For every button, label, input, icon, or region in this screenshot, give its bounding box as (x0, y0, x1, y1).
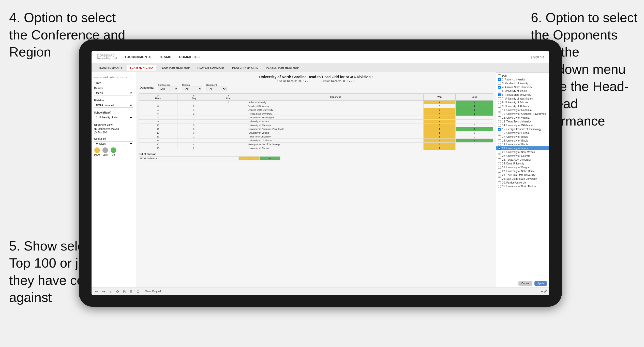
dropdown-item[interactable]: 5. University of Illinois (496, 89, 549, 93)
gender-select[interactable]: Men's (94, 91, 133, 95)
dropdown-checkbox[interactable] (498, 128, 501, 131)
dropdown-item[interactable]: 17. University of Illinois (496, 135, 549, 139)
dropdown-checkbox[interactable] (498, 143, 501, 146)
dropdown-item[interactable]: 19. University of Illinois (496, 143, 549, 146)
sub-nav-player-heatmap[interactable]: PLAYER H2H HEATMAP (263, 65, 302, 71)
cell-rag: 1 (177, 101, 210, 104)
dropdown-list[interactable]: (All)2. Auburn University3. Vanderbilt U… (496, 73, 549, 280)
dropdown-item[interactable]: (All) (496, 74, 549, 78)
redo-button[interactable]: ↪ (101, 289, 106, 294)
copy-button[interactable]: ⎘ (122, 289, 126, 294)
table-row: 2 1 1 Auburn University 2 1 (139, 101, 493, 104)
dropdown-item[interactable]: 18. University of Illinois (496, 139, 549, 143)
dropdown-checkbox[interactable] (498, 139, 501, 142)
sub-nav-team-summary[interactable]: TEAM SUMMARY (95, 65, 125, 71)
dropdown-item[interactable]: 14. University of Oklahoma (496, 123, 549, 127)
cancel-button[interactable]: Cancel (518, 281, 532, 286)
dropdown-checkbox[interactable] (498, 97, 501, 100)
dropdown-item-label: 15. Georgia Institute of Technology (502, 128, 541, 131)
dropdown-checkbox[interactable] (498, 82, 501, 85)
nav-sign-out[interactable]: | Sign out (531, 55, 544, 59)
dropdown-item-label: 14. University of Oklahoma (502, 124, 533, 127)
dropdown-checkbox[interactable] (498, 166, 501, 169)
sub-nav-h2h-heatmap[interactable]: TEAM H2H HEATMAP (157, 65, 193, 71)
clock-button[interactable]: ⊙ (136, 289, 141, 294)
dropdown-checkbox[interactable] (498, 93, 501, 96)
dropdown-item[interactable]: 6. Florida State University (496, 93, 549, 97)
dropdown-item[interactable]: 12. University of Virginia (496, 116, 549, 120)
dropdown-item[interactable]: 3. Vanderbilt University (496, 81, 549, 85)
nav-committee[interactable]: COMMITTEE (179, 55, 200, 59)
dropdown-item[interactable]: 25. University of Oregon (496, 165, 549, 169)
refresh-button[interactable]: ⟳ (115, 289, 120, 294)
right-dropdown-panel: (All)2. Auburn University3. Vanderbilt U… (496, 72, 549, 287)
radio-top100[interactable]: Top 100 (94, 131, 133, 134)
dropdown-item[interactable]: 13. Texas Tech University (496, 120, 549, 123)
undo-button[interactable]: ↩ (94, 289, 99, 294)
dropdown-item[interactable]: 4. Arizona State University (496, 85, 549, 89)
dropdown-checkbox[interactable] (498, 86, 501, 89)
nav-teams[interactable]: TEAMS (159, 55, 171, 59)
dropdown-checkbox[interactable] (498, 155, 501, 157)
opponent-filter-select[interactable]: (All) (206, 87, 227, 91)
radio-opponents-played[interactable]: Opponents Played (94, 128, 133, 130)
dropdown-item[interactable]: 7. University of Washington (496, 97, 549, 101)
apply-button[interactable]: Apply (534, 281, 547, 286)
dropdown-item[interactable]: 22. University of Georgia (496, 154, 549, 158)
division-select[interactable]: NCAA Division I (94, 103, 133, 108)
dropdown-item[interactable]: 10. University of Alabam a (496, 108, 549, 112)
nav-tournaments[interactable]: TOURNAMENTS (125, 55, 152, 59)
dropdown-item[interactable]: 9. University of Alabama (496, 104, 549, 108)
dropdown-item[interactable]: 24. Duke University (496, 162, 549, 165)
region-filter-select[interactable]: (All) (182, 87, 202, 91)
dropdown-item[interactable]: 28. The Ohio State University (496, 173, 549, 177)
dropdown-item[interactable]: 11. University of Arkansas, Fayetteville (496, 112, 549, 116)
cell-rank: 8 (139, 116, 177, 120)
dropdown-item[interactable]: 31. University of North Florida (496, 185, 549, 188)
conference-filter-select[interactable]: (All) (158, 87, 178, 91)
dropdown-item[interactable]: 30. Purdue University (496, 181, 549, 185)
dropdown-checkbox[interactable] (498, 135, 501, 138)
dropdown-checkbox[interactable] (498, 181, 501, 184)
dropdown-item[interactable]: 15. Georgia Institute of Technology (496, 127, 549, 131)
dropdown-checkbox[interactable] (498, 124, 501, 127)
dropdown-checkbox[interactable] (498, 170, 501, 173)
legend-level: Level (102, 147, 108, 156)
dropdown-item[interactable]: 20. University of Texas (496, 146, 549, 150)
dropdown-item[interactable]: 29. San Diego State University (496, 177, 549, 181)
dropdown-checkbox[interactable] (498, 158, 501, 161)
dropdown-item[interactable]: 8. University of Arizona (496, 101, 549, 104)
table-row: 4 1 Arizona State University 5 1 (139, 108, 493, 112)
dropdown-item[interactable]: 16. University of Florida (496, 131, 549, 135)
dropdown-item[interactable]: 21. University of New Mexico (496, 150, 549, 154)
cell-opponent: Auburn University (247, 101, 424, 104)
dropdown-item[interactable]: 27. University of Notre Dame (496, 169, 549, 173)
cell-conf (210, 135, 247, 139)
dropdown-checkbox[interactable] (498, 177, 501, 180)
dropdown-checkbox[interactable] (498, 151, 501, 154)
dropdown-checkbox[interactable] (498, 162, 501, 165)
dropdown-item[interactable]: 2. Auburn University (496, 78, 549, 81)
sub-nav-h2h-grid[interactable]: TEAM H2H GRID (127, 65, 156, 71)
dropdown-checkbox[interactable] (498, 101, 501, 104)
dropdown-checkbox[interactable] (498, 90, 501, 92)
dropdown-checkbox[interactable] (498, 78, 501, 81)
sub-nav-player-summary[interactable]: PLAYER SUMMARY (194, 65, 228, 71)
dropdown-item[interactable]: 23. Texas A&M University (496, 158, 549, 162)
dropdown-checkbox[interactable] (498, 120, 501, 123)
dropdown-checkbox[interactable] (498, 105, 501, 108)
dropdown-checkbox[interactable] (498, 174, 501, 176)
dropdown-checkbox[interactable] (498, 147, 501, 150)
crop-button[interactable]: ⊟ (128, 289, 133, 294)
school-select[interactable]: 1. University of Nort... (94, 115, 133, 120)
dropdown-checkbox[interactable] (498, 116, 501, 119)
back-button[interactable]: ◁ (108, 289, 113, 294)
region-filter-group: Region (All) (182, 84, 202, 91)
sub-nav-player-h2h-grid[interactable]: PLAYER H2H GRID (229, 65, 262, 71)
dropdown-checkbox[interactable] (498, 74, 501, 77)
dropdown-checkbox[interactable] (498, 113, 501, 115)
dropdown-checkbox[interactable] (498, 185, 501, 188)
dropdown-checkbox[interactable] (498, 109, 501, 112)
colour-select[interactable]: Win/loss (94, 141, 133, 146)
dropdown-checkbox[interactable] (498, 132, 501, 134)
